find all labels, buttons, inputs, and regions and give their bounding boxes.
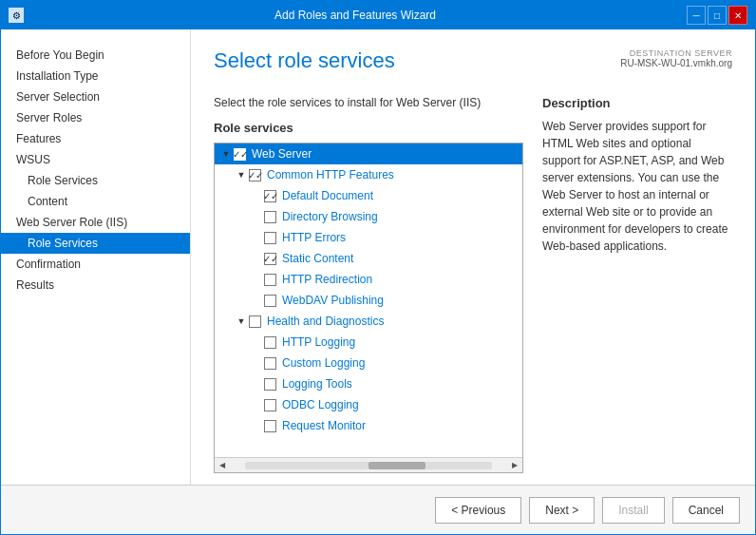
description-title: Description	[542, 96, 732, 110]
description-panel: Description Web Server provides support …	[542, 96, 732, 473]
app-icon: ⚙	[9, 8, 24, 23]
tree-item-common-http[interactable]: ▼ ✓ Common HTTP Features	[215, 164, 522, 185]
checkbox-http-redirect[interactable]	[264, 274, 276, 286]
left-panel: Select the role services to install for …	[214, 96, 523, 473]
label-custom-log: Custom Logging	[282, 356, 365, 370]
tree-item-http-log[interactable]: ▶ HTTP Logging	[215, 332, 522, 353]
sidebar-item-wsus[interactable]: WSUS	[1, 149, 190, 170]
restore-button[interactable]: □	[708, 6, 727, 25]
footer: < Previous Next > Install Cancel	[1, 485, 755, 534]
tree-item-static-content[interactable]: ▶ ✓ Static Content	[215, 248, 522, 269]
label-common-http: Common HTTP Features	[267, 168, 394, 182]
sidebar-item-server-selection[interactable]: Server Selection	[1, 86, 190, 107]
sidebar-item-role-services[interactable]: Role Services	[1, 233, 190, 254]
title-bar: ⚙ Add Roles and Features Wizard ─ □ ✕	[1, 1, 755, 29]
label-health-diag: Health and Diagnostics	[267, 315, 384, 328]
page-title: Select role services	[214, 48, 395, 73]
checkbox-default-doc[interactable]: ✓	[264, 190, 276, 202]
intro-text: Select the role services to install for …	[214, 96, 523, 109]
tree-item-http-errors[interactable]: ▶ HTTP Errors	[215, 227, 522, 248]
page-header-top: Select role services DESTINATION SERVER …	[214, 48, 732, 73]
tree-item-default-doc[interactable]: ▶ ✓ Default Document	[215, 185, 522, 206]
page-header: Select role services DESTINATION SERVER …	[191, 29, 755, 85]
label-dir-browse: Directory Browsing	[282, 210, 378, 223]
tree-item-dir-browse[interactable]: ▶ Directory Browsing	[215, 206, 522, 227]
checkbox-custom-log[interactable]	[264, 357, 276, 370]
title-bar-left: ⚙	[9, 8, 24, 23]
wizard-window: ⚙ Add Roles and Features Wizard ─ □ ✕ Be…	[0, 0, 756, 535]
scrollbar-thumb-x[interactable]	[369, 462, 425, 469]
destination-label: DESTINATION SERVER	[620, 48, 732, 58]
checkbox-static-content[interactable]: ✓	[264, 253, 276, 265]
window-controls: ─ □ ✕	[687, 6, 747, 25]
checkbox-log-tools[interactable]	[264, 378, 276, 391]
label-http-errors: HTTP Errors	[282, 231, 346, 244]
next-button[interactable]: Next >	[529, 497, 595, 524]
tree-item-webdav[interactable]: ▶ WebDAV Publishing	[215, 290, 522, 311]
tree-item-health-diag[interactable]: ▼ Health and Diagnostics	[215, 311, 522, 332]
sidebar-item-server-roles[interactable]: Server Roles	[1, 107, 190, 128]
tree-item-web-server[interactable]: ▼ ✓ Web Server	[215, 143, 522, 164]
checkbox-web-server[interactable]: ✓	[234, 148, 246, 161]
sidebar-item-web-server-role[interactable]: Web Server Role (IIS)	[1, 212, 190, 233]
checkbox-req-monitor[interactable]	[264, 420, 276, 432]
checkbox-dir-browse[interactable]	[264, 211, 276, 223]
tree-item-log-tools[interactable]: ▶ Logging Tools	[215, 373, 522, 394]
main-panel: Select role services DESTINATION SERVER …	[191, 29, 755, 485]
label-http-log: HTTP Logging	[282, 335, 355, 349]
sidebar-item-before-you-begin[interactable]: Before You Begin	[1, 45, 190, 66]
scroll-left-arrow[interactable]: ◀	[215, 458, 230, 473]
body-area: Select the role services to install for …	[191, 85, 755, 485]
label-web-server: Web Server	[252, 147, 312, 161]
expand-arrow-health-diag[interactable]: ▼	[234, 314, 249, 329]
tree-item-http-redirect[interactable]: ▶ HTTP Redirection	[215, 269, 522, 290]
destination-server: DESTINATION SERVER RU-MSK-WU-01.vmkh.org	[620, 48, 732, 68]
close-button[interactable]: ✕	[728, 6, 747, 25]
label-static-content: Static Content	[282, 252, 353, 265]
install-button[interactable]: Install	[602, 497, 664, 524]
destination-value: RU-MSK-WU-01.vmkh.org	[620, 58, 732, 68]
horizontal-scrollbar[interactable]: ◀ ▶	[215, 457, 522, 472]
checkbox-odbc-log[interactable]	[264, 399, 276, 411]
content-area: Before You Begin Installation Type Serve…	[1, 29, 755, 485]
cancel-button[interactable]: Cancel	[672, 497, 740, 524]
sidebar-item-role-services-wsus[interactable]: Role Services	[1, 170, 190, 191]
checkbox-common-http[interactable]: ✓	[249, 169, 261, 182]
checkbox-http-errors[interactable]	[264, 232, 276, 244]
checkbox-webdav[interactable]	[264, 295, 276, 307]
label-default-doc: Default Document	[282, 189, 373, 202]
checkbox-health-diag[interactable]	[249, 315, 261, 328]
window-title: Add Roles and Features Wizard	[24, 9, 687, 22]
sidebar-item-installation-type[interactable]: Installation Type	[1, 66, 190, 86]
role-services-label: Role services	[214, 121, 523, 135]
tree-container: ▼ ✓ Web Server ▼ ✓ Common HTTP Features	[214, 143, 523, 473]
sidebar: Before You Begin Installation Type Serve…	[1, 29, 191, 485]
sidebar-item-content[interactable]: Content	[1, 191, 190, 212]
description-text: Web Server provides support for HTML Web…	[542, 118, 732, 255]
sidebar-item-features[interactable]: Features	[1, 128, 190, 149]
label-log-tools: Logging Tools	[282, 377, 352, 391]
sidebar-item-confirmation[interactable]: Confirmation	[1, 254, 190, 275]
tree-item-req-monitor[interactable]: ▶ Request Monitor	[215, 415, 522, 436]
previous-button[interactable]: < Previous	[435, 497, 521, 524]
tree-item-odbc-log[interactable]: ▶ ODBC Logging	[215, 394, 522, 415]
tree-item-custom-log[interactable]: ▶ Custom Logging	[215, 353, 522, 373]
sidebar-item-results[interactable]: Results	[1, 275, 190, 296]
tree-scroll[interactable]: ▼ ✓ Web Server ▼ ✓ Common HTTP Features	[215, 143, 522, 457]
checkbox-http-log[interactable]	[264, 336, 276, 349]
scroll-right-arrow[interactable]: ▶	[507, 458, 522, 473]
label-webdav: WebDAV Publishing	[282, 294, 384, 307]
label-odbc-log: ODBC Logging	[282, 398, 359, 411]
minimize-button[interactable]: ─	[687, 6, 706, 25]
label-req-monitor: Request Monitor	[282, 419, 366, 432]
scrollbar-track-x	[245, 462, 492, 469]
label-http-redirect: HTTP Redirection	[282, 273, 372, 286]
